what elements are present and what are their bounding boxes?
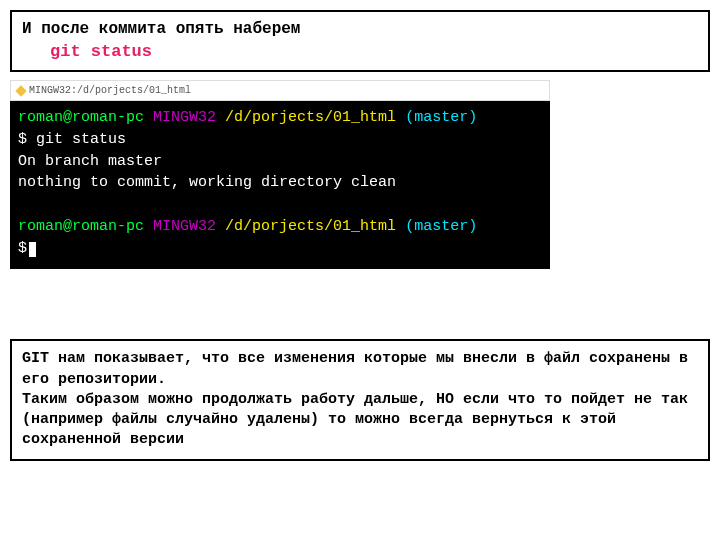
dollar-sign: $ bbox=[18, 240, 27, 257]
terminal-titlebar: MINGW32:/d/porjects/01_html bbox=[10, 80, 550, 101]
explanation-p2: Таким образом можно продолжать работу да… bbox=[22, 390, 698, 451]
cursor-icon bbox=[29, 242, 36, 257]
instruction-text: И после коммита опять наберем bbox=[22, 18, 698, 40]
prompt-host: MINGW32 bbox=[153, 218, 216, 235]
prompt-user: roman@roman-pc bbox=[18, 109, 144, 126]
prompt-line-2: roman@roman-pc MINGW32 /d/porjects/01_ht… bbox=[18, 216, 542, 238]
dollar-sign: $ bbox=[18, 131, 27, 148]
prompt-line-1: roman@roman-pc MINGW32 /d/porjects/01_ht… bbox=[18, 107, 542, 129]
prompt-host: MINGW32 bbox=[153, 109, 216, 126]
command-line-2: $ bbox=[18, 238, 542, 260]
output-line-1: On branch master bbox=[18, 151, 542, 173]
instruction-box: И после коммита опять наберем git status bbox=[10, 10, 710, 72]
terminal-output: roman@roman-pc MINGW32 /d/porjects/01_ht… bbox=[10, 101, 550, 269]
titlebar-text: MINGW32:/d/porjects/01_html bbox=[29, 85, 191, 96]
command-text: git status bbox=[36, 131, 126, 148]
explanation-p1: GIT нам показывает, что все изменения ко… bbox=[22, 349, 698, 390]
output-line-2: nothing to commit, working directory cle… bbox=[18, 172, 542, 194]
instruction-command: git status bbox=[22, 40, 698, 64]
prompt-user: roman@roman-pc bbox=[18, 218, 144, 235]
blank-line bbox=[18, 194, 542, 216]
command-line-1: $ git status bbox=[18, 129, 542, 151]
prompt-branch: (master) bbox=[405, 109, 477, 126]
terminal-icon bbox=[15, 85, 26, 96]
prompt-path: /d/porjects/01_html bbox=[225, 218, 396, 235]
prompt-path: /d/porjects/01_html bbox=[225, 109, 396, 126]
prompt-branch: (master) bbox=[405, 218, 477, 235]
explanation-box: GIT нам показывает, что все изменения ко… bbox=[10, 339, 710, 460]
